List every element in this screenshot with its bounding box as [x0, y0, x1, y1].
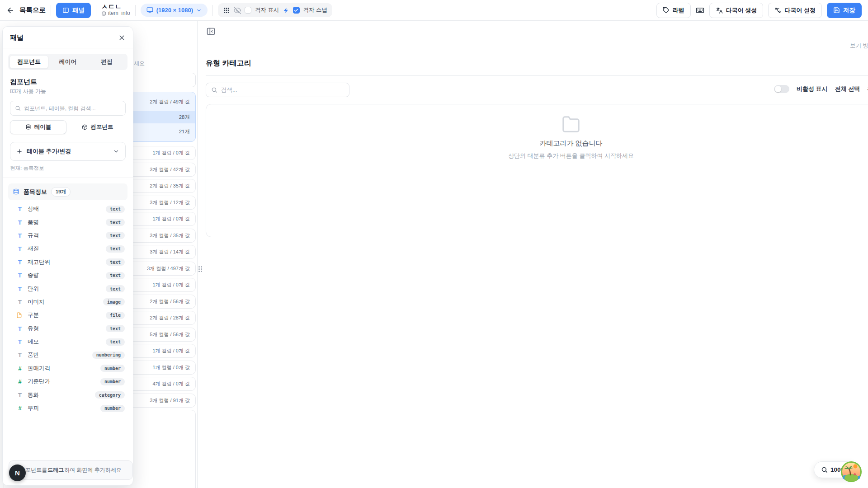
field-type-icon: T	[16, 325, 24, 332]
panel-resize-handle[interactable]	[198, 266, 202, 272]
chevron-down-icon	[196, 8, 202, 13]
eye-off-icon	[234, 7, 241, 14]
field-type-badge: text	[106, 206, 125, 213]
field-type-badge: text	[106, 272, 125, 279]
empty-state-title: 카테고리가 없습니다	[539, 139, 602, 148]
category-search[interactable]	[206, 83, 349, 97]
field-row[interactable]: T재고단위text	[3, 256, 133, 269]
field-row[interactable]: T단위text	[3, 282, 133, 295]
field-row[interactable]: #부피number	[3, 402, 133, 415]
design-canvas: 보기 방식 유형 카테고리 비활성 표시 전체 선택 전 카테고리가 없습니다 …	[198, 21, 868, 488]
field-row[interactable]: #판매가격number	[3, 362, 133, 375]
field-name: 품명	[28, 219, 39, 226]
field-type-badge: category	[95, 391, 125, 399]
divider	[135, 5, 136, 16]
panel-toggle-button[interactable]: 패널	[56, 3, 91, 18]
field-type-icon: #	[16, 365, 24, 372]
field-name: 통화	[28, 391, 39, 399]
drag-hint: 컴포넌트를 드래그하여 화면에 추가하세요	[9, 460, 133, 480]
multilang-settings-button[interactable]: 다국어 설정	[768, 3, 822, 18]
field-row[interactable]: T품명text	[3, 216, 133, 229]
mode-component-label: 컴포넌트	[91, 123, 113, 131]
island-extension-icon[interactable]	[841, 461, 862, 482]
tab-layers[interactable]: 레이어	[48, 55, 87, 69]
field-name: 부피	[28, 404, 39, 412]
field-type-icon: T	[16, 392, 24, 399]
field-type-badge: text	[106, 258, 125, 266]
document-title-block: ㅅㄷㄴ item_info	[101, 3, 130, 17]
list-controls: 비활성 표시 전체 선택 전	[774, 85, 868, 93]
divider	[51, 5, 51, 16]
field-name: 규격	[28, 232, 39, 239]
add-table-dropdown[interactable]: 테이블 추가/변경	[10, 142, 126, 161]
panel-icon	[62, 7, 69, 14]
tag-icon	[663, 7, 670, 14]
grid-snap-label[interactable]: 격자 스냅	[303, 6, 327, 14]
tab-edit[interactable]: 편집	[87, 55, 126, 69]
back-label[interactable]: 목록으로	[19, 6, 46, 14]
workflow-icon	[774, 7, 781, 14]
field-row[interactable]: T상태text	[3, 202, 133, 216]
table-group-header[interactable]: 품목정보 19개	[8, 183, 127, 200]
save-button[interactable]: 저장	[827, 3, 862, 18]
label-button[interactable]: 라벨	[656, 3, 691, 18]
grid-show-checkbox[interactable]	[245, 7, 251, 14]
grid-show-label[interactable]: 격자 표시	[255, 6, 279, 14]
field-type-icon: T	[16, 352, 24, 358]
inactive-toggle-label[interactable]: 비활성 표시	[797, 85, 828, 93]
components-section-title: 컴포넌트	[10, 78, 126, 86]
components-section-header: 컴포넌트 83개 사용 가능	[10, 78, 126, 95]
magnifier-icon	[821, 466, 828, 473]
component-panel: 패널 컴포넌트 레이어 편집 컴포넌트 83개 사용 가능 테이블 컴포넌트 테…	[2, 26, 133, 486]
viewport-size-dropdown[interactable]: (868 × 488)	[141, 4, 208, 17]
field-name: 재질	[28, 245, 39, 253]
keyboard-shortcuts-button[interactable]	[696, 6, 704, 14]
collapse-panel-icon	[206, 27, 216, 36]
field-type-icon: T	[16, 219, 24, 226]
empty-state: 카테고리가 없습니다 상단의 대분류 추가 버튼을 클릭하여 시작하세요	[206, 104, 868, 237]
close-panel-button[interactable]	[118, 34, 126, 42]
field-type-badge: text	[106, 245, 125, 253]
select-all-button[interactable]: 전체 선택	[835, 85, 860, 93]
field-type-icon: T	[16, 338, 24, 345]
field-row[interactable]: #기준단가number	[3, 375, 133, 388]
category-search-input[interactable]	[221, 87, 344, 93]
multilang-generate-button[interactable]: 다국어 생성	[709, 3, 764, 18]
mode-component-button[interactable]: 컴포넌트	[69, 120, 126, 134]
divider	[96, 5, 96, 16]
field-type-badge: image	[103, 298, 125, 305]
source-mode-switch: 테이블 컴포넌트	[10, 120, 126, 134]
field-type-icon: T	[16, 272, 24, 279]
field-type-icon: #	[16, 405, 24, 412]
empty-state-subtitle: 상단의 대분류 추가 버튼을 클릭하여 시작하세요	[508, 152, 634, 160]
field-type-icon: T	[16, 206, 24, 212]
tab-components[interactable]: 컴포넌트	[9, 55, 48, 69]
field-row[interactable]: T메모text	[3, 335, 133, 348]
mode-table-button[interactable]: 테이블	[10, 120, 66, 134]
inactive-toggle[interactable]	[774, 85, 789, 93]
app-logo-button[interactable]: N	[9, 465, 26, 481]
field-row[interactable]: T유형text	[3, 322, 133, 335]
field-row[interactable]: T재질text	[3, 242, 133, 255]
field-name: 유형	[28, 325, 39, 333]
field-row[interactable]: T품번numbering	[3, 348, 133, 361]
field-row[interactable]: 구분file	[3, 309, 133, 322]
component-search[interactable]	[10, 101, 126, 116]
collapse-sidebar-button[interactable]	[206, 27, 216, 36]
back-button[interactable]	[6, 6, 14, 14]
field-row[interactable]: T통화category	[3, 388, 133, 401]
drag-hint-suffix: 하여 화면에 추가하세요	[64, 466, 122, 474]
field-type-icon: T	[16, 259, 24, 266]
field-name: 이미지	[28, 298, 45, 306]
field-row[interactable]: T중량text	[3, 269, 133, 282]
field-row[interactable]: T이미지image	[3, 296, 133, 309]
grid-icon	[223, 7, 230, 14]
field-name: 품번	[28, 351, 39, 359]
component-search-input[interactable]	[24, 105, 121, 112]
field-name: 판매가격	[28, 365, 50, 372]
multilang-generate-text: 다국어 생성	[726, 6, 757, 14]
plus-icon	[16, 148, 23, 155]
panel-button-label: 패널	[72, 6, 85, 14]
grid-snap-checkbox[interactable]	[293, 7, 300, 14]
field-row[interactable]: T규격text	[3, 229, 133, 242]
